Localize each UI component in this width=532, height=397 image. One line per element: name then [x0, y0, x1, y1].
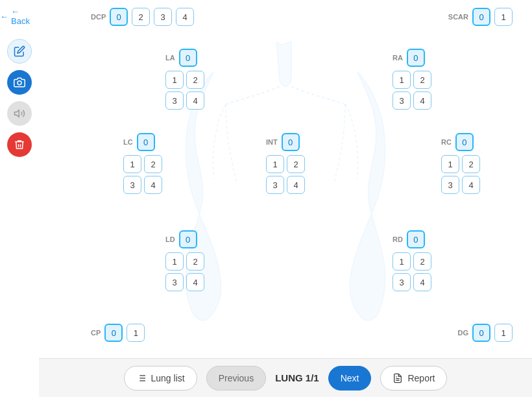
rc-label: RC [441, 138, 452, 146]
ld-btn-1[interactable]: 1 [165, 252, 184, 271]
int-btn-2[interactable]: 2 [287, 155, 305, 173]
rc-section: RC 0 1 2 3 4 [441, 133, 480, 194]
rd-label: RD [393, 235, 403, 243]
dg-btn-0[interactable]: 0 [472, 324, 490, 342]
ra-label: RA [393, 54, 403, 62]
la-btn-1[interactable]: 1 [165, 71, 184, 89]
back-arrow-icon: ← [0, 12, 8, 21]
la-btn-4[interactable]: 4 [186, 91, 204, 110]
ld-btn-2[interactable]: 2 [186, 252, 204, 271]
ld-section: LD 0 1 2 3 4 [165, 230, 204, 291]
ra-btn-3[interactable]: 3 [393, 91, 411, 110]
ld-btn-0[interactable]: 0 [179, 230, 197, 248]
back-label: ← Back [11, 6, 39, 26]
delete-icon [14, 139, 25, 150]
rd-grid: 1 2 3 4 [393, 252, 431, 291]
lc-grid: 1 2 3 4 [123, 155, 162, 194]
dg-section: DG 0 1 [458, 324, 513, 342]
delete-icon-button[interactable] [7, 132, 32, 157]
next-button[interactable]: Next [328, 366, 372, 391]
rd-btn-3[interactable]: 3 [393, 273, 411, 291]
next-label: Next [341, 373, 359, 383]
dcp-section: DCP 0 2 3 4 [91, 8, 194, 26]
ld-grid: 1 2 3 4 [165, 252, 204, 291]
lc-section: LC 0 1 2 3 4 [123, 133, 162, 194]
lung-counter: LUNG 1/1 [275, 372, 319, 383]
ra-btn-2[interactable]: 2 [413, 71, 431, 89]
ld-btn-4[interactable]: 4 [186, 273, 204, 291]
main-content: DCP 0 2 3 4 SCAR 0 1 LA 0 1 2 3 4 RA 0 1… [39, 0, 532, 397]
int-section: INT 0 1 2 3 4 [266, 133, 305, 194]
camera-icon [14, 77, 25, 88]
edit-icon-button[interactable] [7, 39, 32, 64]
cp-btn-0[interactable]: 0 [104, 324, 123, 342]
rd-btn-2[interactable]: 2 [413, 252, 431, 271]
rc-btn-1[interactable]: 1 [441, 155, 459, 173]
audio-icon [14, 108, 25, 119]
rc-btn-3[interactable]: 3 [441, 176, 459, 194]
int-btn-1[interactable]: 1 [266, 155, 284, 173]
int-grid: 1 2 3 4 [266, 155, 305, 194]
dg-btn-1[interactable]: 1 [494, 324, 513, 342]
ld-label: LD [165, 235, 175, 243]
previous-label: Previous [219, 373, 254, 383]
report-label: Report [407, 373, 435, 383]
la-btn-2[interactable]: 2 [186, 71, 204, 89]
la-label: LA [165, 54, 175, 62]
back-button[interactable]: ← ← Back [0, 6, 39, 26]
ra-btn-4[interactable]: 4 [413, 91, 431, 110]
bottom-nav: Lung list Previous LUNG 1/1 Next Report [39, 358, 532, 397]
svg-point-0 [18, 81, 21, 85]
dcp-btn-3[interactable]: 3 [154, 8, 172, 26]
scar-btn-0[interactable]: 0 [472, 8, 490, 26]
report-icon [393, 373, 403, 383]
dg-label: DG [458, 329, 469, 337]
rc-btn-4[interactable]: 4 [462, 176, 480, 194]
ra-section: RA 0 1 2 3 4 [393, 49, 431, 110]
cp-section: CP 0 1 [91, 324, 145, 342]
lc-btn-3[interactable]: 3 [123, 176, 141, 194]
audio-icon-button[interactable] [7, 101, 32, 126]
sidebar: ← ← Back [0, 0, 39, 397]
lung-list-label: Lung list [151, 373, 185, 383]
dcp-btn-2[interactable]: 2 [132, 8, 150, 26]
svg-marker-1 [15, 110, 19, 117]
la-section: LA 0 1 2 3 4 [165, 49, 204, 110]
list-icon [136, 373, 147, 383]
cp-btn-1[interactable]: 1 [127, 324, 145, 342]
dcp-btn-0[interactable]: 0 [110, 8, 128, 26]
int-btn-4[interactable]: 4 [287, 176, 305, 194]
rd-btn-4[interactable]: 4 [413, 273, 431, 291]
previous-button[interactable]: Previous [206, 366, 266, 391]
rd-btn-1[interactable]: 1 [393, 252, 411, 271]
lc-btn-1[interactable]: 1 [123, 155, 141, 173]
lung-list-button[interactable]: Lung list [124, 366, 197, 391]
rc-btn-0[interactable]: 0 [455, 133, 474, 151]
rc-btn-2[interactable]: 2 [462, 155, 480, 173]
int-label: INT [266, 138, 278, 146]
dcp-btn-4[interactable]: 4 [176, 8, 194, 26]
dcp-label: DCP [91, 13, 106, 21]
ra-btn-0[interactable]: 0 [407, 49, 425, 67]
ra-grid: 1 2 3 4 [393, 71, 431, 110]
lc-btn-0[interactable]: 0 [137, 133, 155, 151]
la-grid: 1 2 3 4 [165, 71, 204, 110]
report-button[interactable]: Report [380, 366, 447, 391]
rd-btn-0[interactable]: 0 [407, 230, 425, 248]
lc-btn-2[interactable]: 2 [144, 155, 162, 173]
cp-label: CP [91, 329, 101, 337]
ra-btn-1[interactable]: 1 [393, 71, 411, 89]
int-btn-0[interactable]: 0 [282, 133, 300, 151]
la-btn-0[interactable]: 0 [179, 49, 197, 67]
scar-label: SCAR [448, 13, 468, 21]
lc-btn-4[interactable]: 4 [144, 176, 162, 194]
la-btn-3[interactable]: 3 [165, 91, 184, 110]
scar-btn-1[interactable]: 1 [494, 8, 513, 26]
int-btn-3[interactable]: 3 [266, 176, 284, 194]
rd-section: RD 0 1 2 3 4 [393, 230, 431, 291]
ld-btn-3[interactable]: 3 [165, 273, 184, 291]
scar-section: SCAR 0 1 [448, 8, 513, 26]
rc-grid: 1 2 3 4 [441, 155, 480, 194]
lc-label: LC [123, 138, 133, 146]
camera-icon-button[interactable] [7, 70, 32, 95]
